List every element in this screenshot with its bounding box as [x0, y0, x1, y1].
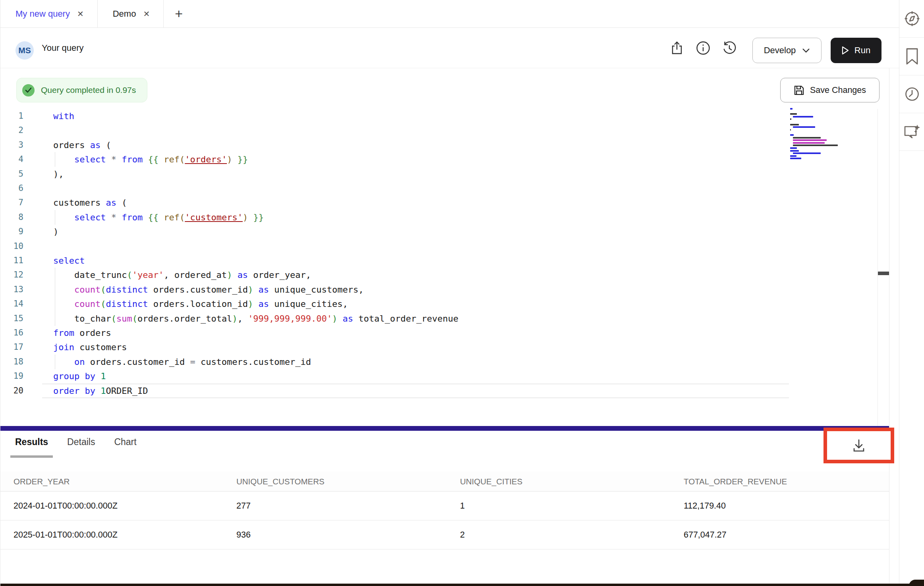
table-row[interactable]: 2025-01-01T00:00:00.000Z9362677,047.27 — [0, 520, 889, 549]
code-line[interactable]: 20order by 1ORDER_ID — [0, 384, 878, 398]
line-number: 3 — [0, 138, 23, 152]
table-body: 2024-01-01T00:00:00.000Z2771112,179.4020… — [0, 492, 889, 549]
code-text: customers as ( — [53, 195, 127, 210]
download-icon — [851, 438, 866, 453]
line-number: 17 — [0, 340, 23, 355]
code-line[interactable]: 12 date_trunc('year', ordered_at) as ord… — [0, 268, 878, 282]
table-cell: 2024-01-01T00:00:00.000Z — [14, 501, 236, 511]
save-icon — [794, 85, 804, 96]
table-cell: 277 — [236, 501, 460, 511]
line-number: 9 — [0, 224, 23, 239]
tab-demo[interactable]: Demo ✕ — [98, 0, 164, 27]
table-cell: 677,047.27 — [684, 530, 889, 540]
code-line[interactable]: 11select — [0, 253, 878, 268]
code-line[interactable]: 8 select * from {{ ref('customers') }} — [0, 210, 878, 225]
results-tab-bar: ResultsDetailsChart — [15, 437, 137, 458]
code-line[interactable]: 19group by 1 — [0, 369, 878, 384]
table-cell: 936 — [236, 530, 460, 540]
share-icon — [671, 41, 683, 55]
code-text: ) — [53, 224, 58, 239]
panel-resize-handle[interactable] — [0, 426, 889, 431]
panel-right-divider — [889, 68, 889, 586]
table-cell: 2025-01-01T00:00:00.000Z — [14, 530, 236, 540]
develop-dropdown[interactable]: Develop — [752, 38, 822, 63]
info-button[interactable] — [693, 28, 713, 68]
line-number: 19 — [0, 369, 23, 384]
close-icon[interactable]: ✕ — [143, 10, 150, 18]
line-number: 5 — [0, 167, 23, 181]
table-cell: 1 — [460, 501, 684, 511]
run-button[interactable]: Run — [831, 38, 881, 63]
share-button[interactable] — [667, 28, 687, 68]
results-tab-results[interactable]: Results — [15, 437, 48, 458]
line-number: 11 — [0, 253, 23, 268]
right-sidebar — [899, 0, 924, 586]
page-title: Your query — [42, 28, 84, 68]
code-line[interactable]: 15 to_char(sum(orders.order_total), '999… — [0, 311, 878, 326]
code-text: count(distinct orders.location_id) as un… — [53, 297, 348, 311]
bookmark-icon — [905, 48, 919, 65]
ai-chat-icon — [903, 123, 921, 141]
results-tab-details[interactable]: Details — [67, 437, 95, 458]
sidebar-item-explore[interactable] — [899, 0, 924, 38]
tab-my-new-query[interactable]: My new query ✕ — [0, 0, 98, 27]
code-line[interactable]: 16from orders — [0, 326, 878, 340]
code-text: from orders — [53, 326, 111, 340]
code-text: select * from {{ ref('orders') }} — [53, 152, 248, 167]
results-tab-chart[interactable]: Chart — [114, 437, 136, 458]
bottom-corner — [909, 580, 924, 586]
run-label: Run — [854, 45, 870, 56]
new-tab-button[interactable]: + — [164, 0, 194, 27]
code-line[interactable]: 4 select * from {{ ref('orders') }} — [0, 152, 878, 167]
editor-right-divider — [878, 109, 878, 426]
save-label: Save Changes — [810, 85, 866, 95]
code-line[interactable]: 14 count(distinct orders.location_id) as… — [0, 297, 878, 311]
code-text: count(distinct orders.customer_id) as un… — [53, 282, 364, 297]
code-line[interactable]: 5), — [0, 167, 878, 181]
clock-icon — [904, 86, 920, 102]
tab-label: My new query — [15, 9, 70, 19]
code-line[interactable]: 1with — [0, 109, 878, 123]
code-line[interactable]: 9) — [0, 224, 878, 239]
info-icon — [696, 41, 710, 55]
tab-bar: My new query ✕ Demo ✕ + — [0, 0, 899, 28]
sidebar-item-history[interactable] — [899, 75, 924, 113]
results-table: ORDER_YEARUNIQUE_CUSTOMERSUNIQUE_CITIEST… — [0, 472, 889, 549]
column-header: ORDER_YEAR — [14, 477, 236, 486]
develop-label: Develop — [764, 45, 796, 56]
line-number: 13 — [0, 282, 23, 297]
save-changes-button[interactable]: Save Changes — [780, 78, 880, 102]
history-button[interactable] — [719, 28, 739, 68]
code-line[interactable]: 6 — [0, 181, 878, 196]
code-line[interactable]: 7customers as ( — [0, 195, 878, 210]
code-editor[interactable]: 1with23orders as (4 select * from {{ ref… — [0, 109, 878, 426]
close-icon[interactable]: ✕ — [77, 10, 84, 18]
code-line[interactable]: 17join customers — [0, 340, 878, 355]
scrollbar-thumb[interactable] — [878, 272, 889, 275]
line-number: 8 — [0, 210, 23, 225]
code-line[interactable]: 3orders as ( — [0, 138, 878, 152]
tab-label: Demo — [113, 9, 136, 19]
code-text: join customers — [53, 340, 127, 355]
download-results-button[interactable] — [851, 438, 866, 453]
code-line[interactable]: 2 — [0, 123, 878, 138]
status-text: Query completed in 0.97s — [41, 85, 136, 95]
code-line[interactable]: 13 count(distinct orders.customer_id) as… — [0, 282, 878, 297]
table-row[interactable]: 2024-01-01T00:00:00.000Z2771112,179.40 — [0, 492, 889, 520]
table-header-row: ORDER_YEARUNIQUE_CUSTOMERSUNIQUE_CITIEST… — [0, 472, 889, 492]
code-text: select * from {{ ref('customers') }} — [53, 210, 264, 225]
code-line[interactable]: 10 — [0, 239, 878, 254]
code-text: to_char(sum(orders.order_total), '999,99… — [53, 311, 458, 326]
line-number: 15 — [0, 311, 23, 326]
minimap[interactable] — [790, 108, 850, 179]
sidebar-item-bookmarks[interactable] — [899, 38, 924, 75]
code-text: orders as ( — [53, 138, 111, 152]
code-line[interactable]: 18 on orders.customer_id = customers.cus… — [0, 355, 878, 369]
sidebar-item-ai-assistant[interactable] — [899, 113, 924, 151]
code-text: with — [53, 109, 74, 123]
line-number: 10 — [0, 239, 23, 254]
history-icon — [722, 40, 737, 56]
line-number: 16 — [0, 326, 23, 340]
compass-icon — [903, 10, 921, 28]
code-text: date_trunc('year', ordered_at) as order_… — [53, 268, 311, 282]
